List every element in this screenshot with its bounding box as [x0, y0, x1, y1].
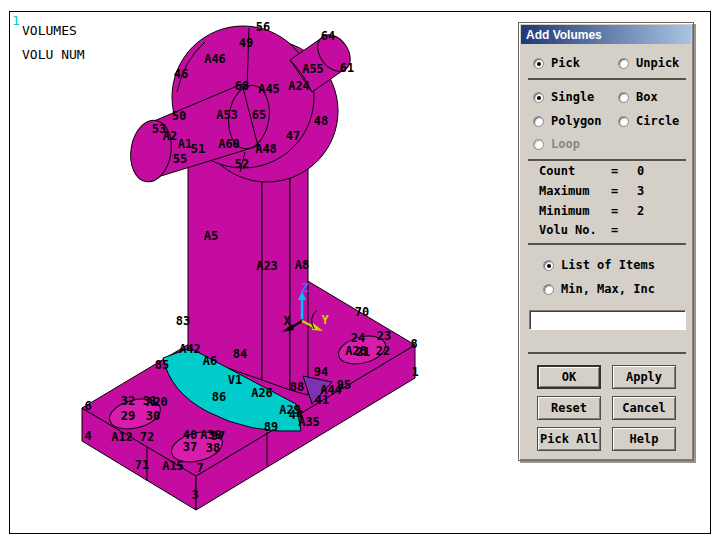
stat-minimum-value: 2 — [637, 204, 644, 218]
radio-polygon-label: Polygon — [551, 114, 602, 128]
stat-maximum-label: Maximum — [539, 184, 590, 198]
radio-loop-label: Loop — [551, 137, 580, 151]
stat-volu-no-label: Volu No. — [539, 223, 597, 237]
radio-icon — [618, 92, 629, 103]
radio-loop: Loop — [533, 137, 580, 151]
radio-single[interactable]: Single — [533, 90, 594, 104]
help-button[interactable]: Help — [612, 427, 676, 451]
radio-polygon[interactable]: Polygon — [533, 114, 602, 128]
stat-maximum: Maximum = 3 — [519, 184, 693, 199]
radio-box-label: Box — [636, 90, 658, 104]
add-volumes-dialog: Add Volumes Pick Unpick Single Box Polyg… — [518, 22, 694, 461]
radio-list-of-items[interactable]: List of Items — [543, 258, 655, 272]
stat-minimum: Minimum = 2 — [519, 204, 693, 219]
stat-minimum-label: Minimum — [539, 204, 590, 218]
radio-single-label: Single — [551, 90, 594, 104]
radio-unpick-label: Unpick — [636, 56, 679, 70]
radio-pick[interactable]: Pick — [533, 56, 580, 70]
separator — [528, 352, 686, 354]
legend-volumes: VOLUMES — [22, 23, 77, 38]
stat-maximum-value: 3 — [637, 184, 644, 198]
application-window: 564964A46A55614668A45A2450A53654853A247A… — [0, 0, 720, 546]
radio-icon — [533, 139, 544, 150]
equals-sign: = — [611, 184, 618, 198]
radio-min-max-inc-label: Min, Max, Inc — [561, 282, 655, 296]
separator — [528, 78, 686, 80]
stat-count: Count = 0 — [519, 164, 693, 179]
radio-unpick[interactable]: Unpick — [618, 56, 679, 70]
radio-icon — [533, 58, 544, 69]
stat-count-label: Count — [539, 164, 575, 178]
apply-button[interactable]: Apply — [612, 365, 676, 389]
radio-list-of-items-label: List of Items — [561, 258, 655, 272]
radio-icon — [533, 92, 544, 103]
equals-sign: = — [611, 164, 618, 178]
radio-circle-label: Circle — [636, 114, 679, 128]
separator — [528, 159, 686, 161]
equals-sign: = — [611, 204, 618, 218]
ok-button[interactable]: OK — [537, 365, 601, 389]
reset-button[interactable]: Reset — [537, 396, 601, 420]
radio-icon — [618, 58, 629, 69]
radio-pick-label: Pick — [551, 56, 580, 70]
radio-icon — [618, 116, 629, 127]
legend-volu-num: VOLU NUM — [22, 47, 85, 62]
radio-icon — [543, 284, 554, 295]
stat-count-value: 0 — [637, 164, 644, 178]
stat-volu-no: Volu No. = — [519, 223, 693, 238]
separator — [528, 243, 686, 245]
equals-sign: = — [611, 223, 618, 237]
pick-all-button[interactable]: Pick All — [537, 427, 601, 451]
radio-icon — [533, 116, 544, 127]
cancel-button[interactable]: Cancel — [612, 396, 676, 420]
plot-number: 1 — [12, 13, 20, 28]
radio-min-max-inc[interactable]: Min, Max, Inc — [543, 282, 655, 296]
dialog-title-bar[interactable]: Add Volumes — [521, 25, 691, 44]
radio-box[interactable]: Box — [618, 90, 658, 104]
radio-circle[interactable]: Circle — [618, 114, 679, 128]
radio-icon — [543, 260, 554, 271]
item-list-input[interactable] — [529, 310, 686, 330]
